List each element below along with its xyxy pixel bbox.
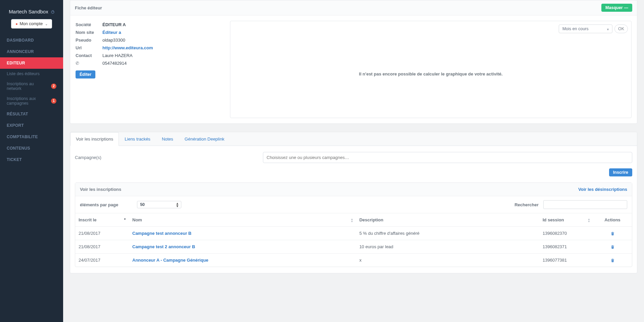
cell-id: 1396082370 [539, 227, 593, 240]
sort-icon: ▲▼ [588, 218, 590, 223]
nav-contenus[interactable]: CONTENUS [0, 143, 63, 154]
per-page-select[interactable]: 50 ▲▼ [137, 201, 181, 208]
nav: DASHBOARD ANNONCEUR EDITEUR Liste des éd… [0, 35, 63, 165]
nav-ticket[interactable]: TICKET [0, 154, 63, 165]
fiche-title: Fiche éditeur [75, 5, 102, 10]
col-inscrit-le[interactable]: Inscrit le▼ [75, 213, 129, 227]
label-pseudo: Pseudo [76, 38, 102, 43]
brand-name: Martech Sandbox [9, 9, 48, 14]
table-row: 21/08/2017 Campagne test 2 annonceur B 1… [75, 240, 632, 254]
value-pseudo: oldap33300 [102, 38, 125, 43]
table-row: 21/08/2017 Campagne test annonceur B 5 %… [75, 227, 632, 240]
caret-down-icon: ▼ [606, 28, 609, 31]
fiche-details: SociétéÉDITEUR A Nom siteÉditeur a Pseud… [76, 21, 217, 118]
chart-empty-message: Il n'est pas encore possible de calculer… [234, 33, 628, 114]
badge: 2 [51, 84, 56, 89]
value-phone: 0547482914 [102, 61, 127, 66]
row-nom-link[interactable]: Campagne test annonceur B [132, 231, 191, 236]
campagnes-input[interactable] [263, 152, 632, 163]
nav-comptabilite[interactable]: COMPTABILITE [0, 131, 63, 143]
row-nom-link[interactable]: Annonceur A - Campagne Générique [132, 258, 209, 263]
badge: 1 [51, 98, 56, 104]
search-label: Rechercher [514, 202, 539, 207]
nav-dashboard[interactable]: DASHBOARD [0, 35, 63, 46]
status-dot-icon: ● [15, 22, 18, 26]
nav-inscriptions-campagnes[interactable]: Inscriptions aux campagnes1 [0, 94, 63, 108]
brand: Martech Sandbox [0, 6, 63, 19]
trash-icon[interactable] [610, 244, 615, 249]
trash-icon[interactable] [610, 258, 615, 263]
tab-liens-trackes[interactable]: Liens trackés [119, 132, 156, 146]
search-input[interactable] [543, 200, 627, 209]
value-contact: Laure HAZERA [102, 53, 133, 58]
hide-button[interactable]: Masquer— [601, 4, 632, 12]
value-url: http://www.editeura.com [102, 45, 153, 50]
sidebar: Martech Sandbox ● Mon compte ⌄ DASHBOARD… [0, 0, 63, 322]
value-nom-site: Éditeur a [102, 30, 121, 35]
cell-desc: x [356, 254, 539, 267]
fiche-panel: Fiche éditeur Masquer— SociétéÉDITEUR A … [70, 0, 637, 124]
col-nom[interactable]: Nom▲▼ [129, 213, 356, 227]
cell-date: 21/08/2017 [75, 240, 129, 254]
cell-date: 21/08/2017 [75, 227, 129, 240]
value-societe: ÉDITEUR A [102, 22, 126, 27]
trash-icon[interactable] [610, 231, 615, 236]
label-contact: Contact [76, 53, 102, 58]
tabs-panel: Voir les inscriptions Liens trackés Note… [70, 132, 637, 273]
label-nom-site: Nom site [76, 30, 102, 35]
tab-inscriptions[interactable]: Voir les inscriptions [70, 132, 119, 146]
nav-inscriptions-network[interactable]: Inscriptions au network2 [0, 79, 63, 94]
desinscriptions-link[interactable]: Voir les désinscriptions [578, 187, 627, 192]
cell-desc: 10 euros par lead [356, 240, 539, 254]
nav-annonceur[interactable]: ANNONCEUR [0, 46, 63, 57]
cell-date: 24/07/2017 [75, 254, 129, 267]
row-nom-link[interactable]: Campagne test 2 annonceur B [132, 244, 195, 249]
sort-icon: ▲▼ [351, 218, 353, 223]
month-select[interactable]: Mois en cours ▼ [559, 24, 612, 33]
phone-icon: ✆ [76, 61, 102, 66]
nav-resultat[interactable]: RÉSULTAT [0, 108, 63, 120]
col-id-session[interactable]: Id session▲▼ [539, 213, 593, 227]
edit-button[interactable]: Éditer [76, 70, 95, 78]
main: Fiche éditeur Masquer— SociétéÉDITEUR A … [63, 0, 644, 322]
minus-icon: — [624, 5, 629, 10]
per-page-label: éléments par page [80, 202, 118, 207]
tab-notes[interactable]: Notes [156, 132, 179, 146]
cell-id: 1396077381 [539, 254, 593, 267]
updown-icon: ▲▼ [176, 202, 179, 208]
account-button[interactable]: ● Mon compte ⌄ [11, 19, 52, 29]
cell-id: 1396082371 [539, 240, 593, 254]
col-actions: Actions [593, 213, 632, 227]
account-label: Mon compte [19, 21, 43, 26]
table-row: 24/07/2017 Annonceur A - Campagne Généri… [75, 254, 632, 267]
ok-button[interactable]: OK [614, 24, 628, 33]
nav-editeur[interactable]: EDITEUR [0, 57, 63, 69]
tab-generation-deeplink[interactable]: Génération Deeplink [179, 132, 230, 146]
inscriptions-panel: Voir les inscriptions Voir les désinscri… [75, 182, 632, 267]
sort-icon: ▼ [124, 218, 126, 220]
nav-export[interactable]: EXPORT [0, 120, 63, 131]
inscriptions-title: Voir les inscriptions [80, 187, 121, 192]
label-societe: Société [76, 22, 102, 27]
campagnes-label: Campagne(s) [75, 155, 256, 160]
power-icon[interactable] [51, 10, 54, 14]
inscrire-button[interactable]: Inscrire [609, 168, 632, 176]
col-description[interactable]: Description [356, 213, 539, 227]
chevron-down-icon: ⌄ [45, 22, 48, 26]
inscriptions-table: Inscrit le▼ Nom▲▼ Description Id session… [75, 213, 632, 267]
nav-liste-editeurs[interactable]: Liste des éditeurs [0, 69, 63, 79]
cell-desc: 5 % du chiffre d'affaires généré [356, 227, 539, 240]
tabs: Voir les inscriptions Liens trackés Note… [70, 132, 637, 146]
label-url: Url [76, 45, 102, 50]
activity-chart: Mois en cours ▼ OK Il n'est pas encore p… [230, 21, 632, 118]
